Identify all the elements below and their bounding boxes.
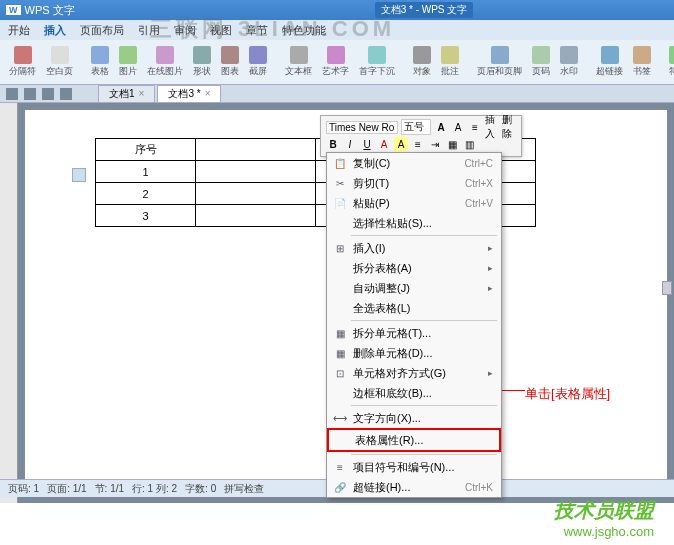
- delete-button[interactable]: 删除: [502, 120, 516, 134]
- ribbon-label: 批注: [441, 65, 459, 78]
- close-icon[interactable]: ×: [139, 88, 145, 99]
- table-cell[interactable]: [196, 205, 316, 227]
- table-cell[interactable]: [196, 161, 316, 183]
- menu-item[interactable]: 页面布局: [80, 23, 124, 38]
- scroll-handle[interactable]: [662, 281, 672, 295]
- ribbon-button[interactable]: 图表: [218, 46, 242, 78]
- ribbon-button[interactable]: 空白页: [43, 46, 76, 78]
- submenu-arrow-icon: ▸: [488, 243, 497, 253]
- title-doc-indicator: 文档3 * - WPS 文字: [375, 2, 474, 18]
- underline-button[interactable]: U: [360, 137, 374, 151]
- highlight-button[interactable]: A: [394, 137, 408, 151]
- ribbon-button[interactable]: 艺术字: [319, 46, 352, 78]
- menu-item-icon: ≡: [331, 459, 349, 475]
- context-menu-item[interactable]: ▦删除单元格(D)...: [327, 343, 501, 363]
- context-menu-item[interactable]: 📄粘贴(P)Ctrl+V: [327, 193, 501, 213]
- font-color-button[interactable]: A: [377, 137, 391, 151]
- side-panel-icon[interactable]: [72, 168, 86, 182]
- ribbon-button[interactable]: 书签: [630, 46, 654, 78]
- menu-item[interactable]: 引用: [138, 23, 160, 38]
- ribbon-button[interactable]: 文本框: [282, 46, 315, 78]
- menu-item-label: 拆分表格(A): [349, 261, 488, 276]
- menu-item[interactable]: 审阅: [174, 23, 196, 38]
- table-header[interactable]: [196, 139, 316, 161]
- context-menu-item[interactable]: 🔗超链接(H)...Ctrl+K: [327, 477, 501, 497]
- ribbon-label: 超链接: [596, 65, 623, 78]
- context-menu-item[interactable]: 表格属性(R)...: [327, 428, 501, 452]
- menu-item[interactable]: 视图: [210, 23, 232, 38]
- menu-item[interactable]: 开始: [8, 23, 30, 38]
- font-select[interactable]: Times New Ro: [326, 121, 398, 134]
- table-cell[interactable]: [196, 183, 316, 205]
- ribbon-button[interactable]: 水印: [557, 46, 581, 78]
- status-spell-check[interactable]: 拼写检查: [224, 482, 264, 496]
- italic-button[interactable]: I: [343, 137, 357, 151]
- document-tab[interactable]: 文档1×: [98, 85, 155, 102]
- table-header[interactable]: 序号: [96, 139, 196, 161]
- context-menu-item[interactable]: 📋复制(C)Ctrl+C: [327, 153, 501, 173]
- ribbon-button[interactable]: 图片: [116, 46, 140, 78]
- qab-icon[interactable]: [6, 88, 18, 100]
- grow-font-button[interactable]: A: [434, 120, 448, 134]
- app-logo: W: [6, 5, 21, 15]
- ribbon-icon: [491, 46, 509, 64]
- split-button[interactable]: ▥: [462, 137, 476, 151]
- status-section: 节: 1/1: [95, 482, 124, 496]
- menu-separator: [351, 454, 497, 455]
- ribbon-label: 符号: [669, 65, 674, 78]
- qab-icon[interactable]: [60, 88, 72, 100]
- align-button[interactable]: ≡: [411, 137, 425, 151]
- ribbon-button[interactable]: 页码: [529, 46, 553, 78]
- qab-icon[interactable]: [42, 88, 54, 100]
- context-menu-item[interactable]: ⊞插入(I)▸: [327, 238, 501, 258]
- menu-item-icon: [331, 280, 349, 296]
- ribbon-button[interactable]: 形状: [190, 46, 214, 78]
- close-icon[interactable]: ×: [205, 88, 211, 99]
- ribbon-button[interactable]: 在线图片: [144, 46, 186, 78]
- ribbon-icon: [249, 46, 267, 64]
- menu-item[interactable]: 章节: [246, 23, 268, 38]
- menu-item-label: 全选表格(L): [349, 301, 497, 316]
- context-menu-item[interactable]: 选择性粘贴(S)...: [327, 213, 501, 233]
- context-menu-item[interactable]: ✂剪切(T)Ctrl+X: [327, 173, 501, 193]
- context-menu-item[interactable]: 边框和底纹(B)...: [327, 383, 501, 403]
- document-tab[interactable]: 文档3 *×: [157, 85, 221, 102]
- ribbon-button[interactable]: 符号: [666, 46, 674, 78]
- menu-separator: [351, 235, 497, 236]
- context-menu-item[interactable]: ≡项目符号和编号(N)...: [327, 457, 501, 477]
- context-menu-item[interactable]: 全选表格(L): [327, 298, 501, 318]
- qab-icon[interactable]: [24, 88, 36, 100]
- ribbon-button[interactable]: 表格: [88, 46, 112, 78]
- table-cell[interactable]: 3: [96, 205, 196, 227]
- ribbon-button[interactable]: 对象: [410, 46, 434, 78]
- merge-button[interactable]: ▦: [445, 137, 459, 151]
- table-cell[interactable]: 1: [96, 161, 196, 183]
- context-menu-item[interactable]: 自动调整(J)▸: [327, 278, 501, 298]
- menu-item-label: 删除单元格(D)...: [349, 346, 497, 361]
- menu-item[interactable]: 插入: [44, 23, 66, 38]
- font-size-select[interactable]: 五号: [401, 119, 431, 135]
- shrink-font-button[interactable]: A: [451, 120, 465, 134]
- context-menu-item[interactable]: ⊡单元格对齐方式(G)▸: [327, 363, 501, 383]
- table-cell[interactable]: 2: [96, 183, 196, 205]
- insert-button[interactable]: 插入: [485, 120, 499, 134]
- context-menu-item[interactable]: ⟷文字方向(X)...: [327, 408, 501, 428]
- menu-shortcut: Ctrl+V: [465, 198, 497, 209]
- ribbon-button[interactable]: 批注: [438, 46, 462, 78]
- indent-button[interactable]: ⇥: [428, 137, 442, 151]
- context-menu-item[interactable]: ▦拆分单元格(T)...: [327, 323, 501, 343]
- ribbon-button[interactable]: 截屏: [246, 46, 270, 78]
- ribbon-icon: [156, 46, 174, 64]
- ribbon-button[interactable]: 超链接: [593, 46, 626, 78]
- context-menu-item[interactable]: 拆分表格(A)▸: [327, 258, 501, 278]
- ribbon-button[interactable]: 分隔符: [6, 46, 39, 78]
- menu-separator: [351, 320, 497, 321]
- list-button[interactable]: ≡: [468, 120, 482, 134]
- ribbon-label: 水印: [560, 65, 578, 78]
- bold-button[interactable]: B: [326, 137, 340, 151]
- ribbon-button[interactable]: 页眉和页脚: [474, 46, 525, 78]
- ribbon-button[interactable]: 首字下沉: [356, 46, 398, 78]
- menu-item[interactable]: 特色功能: [282, 23, 326, 38]
- menu-item-label: 项目符号和编号(N)...: [349, 460, 497, 475]
- menu-item-icon: ⊞: [331, 240, 349, 256]
